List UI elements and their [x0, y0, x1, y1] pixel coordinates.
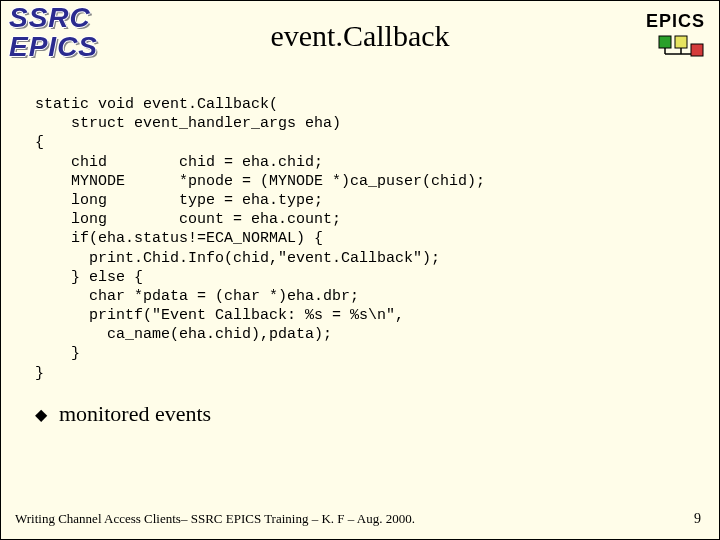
footer-text: Writing Channel Access Clients– SSRC EPI…	[15, 511, 415, 527]
bullet-text: monitored events	[59, 401, 211, 427]
svg-rect-6	[691, 44, 703, 56]
epics-badge: EPICS	[646, 11, 705, 64]
slide-title: event.Callback	[1, 19, 719, 53]
code-block: static void event.Callback( struct event…	[35, 95, 485, 383]
epics-icon	[646, 34, 705, 64]
epics-label: EPICS	[646, 11, 705, 32]
slide-header: SSRC EPICS event.Callback EPICS	[1, 1, 719, 83]
page-number: 9	[694, 511, 701, 527]
svg-rect-1	[675, 36, 687, 48]
svg-rect-0	[659, 36, 671, 48]
bullet-item: ◆ monitored events	[35, 401, 211, 427]
bullet-marker: ◆	[35, 405, 47, 424]
